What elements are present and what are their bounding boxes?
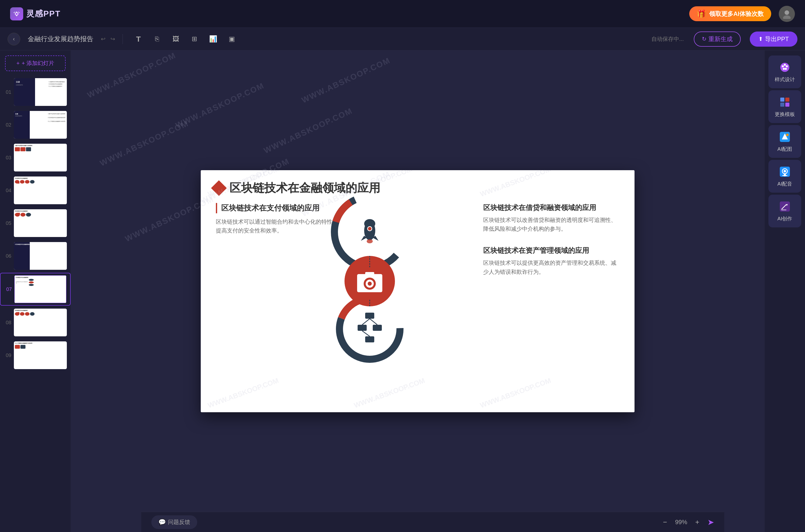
svg-point-31 [786, 65, 788, 67]
svg-point-8 [368, 227, 372, 230]
canvas-watermark-5: WWW.ABSKOOP.COM [353, 376, 426, 410]
more-tool[interactable]: ▣ [226, 34, 237, 45]
ai-image-icon [779, 131, 791, 143]
slide-item-4[interactable]: 04 区块链技术在金融领域 [0, 174, 71, 206]
svg-rect-37 [785, 102, 789, 107]
promo-label: 领取更多AI体验次数 [709, 10, 764, 18]
undo-button[interactable]: ↩ [101, 36, 106, 42]
chart-tool[interactable]: 📊 [208, 34, 219, 45]
slide-number-7: 07 [4, 286, 12, 292]
slide-number-3: 03 [4, 155, 11, 160]
right-block-title-2: 区块链技术在资产管理领域的应用 [483, 246, 619, 255]
right-block-text-2: 区块链技术可以提供更高效的资产管理和交易系统、减少人为错误和欺诈行为。 [483, 259, 619, 276]
slide-item-5[interactable]: 05 区块链技术在金融领域 [0, 207, 71, 239]
slide-item-2[interactable]: 02 日录 CONTENTS 1.数字化转型对金融行业的影响 2.区块链技术在金… [0, 109, 71, 141]
svg-rect-19 [365, 312, 374, 319]
svg-rect-22 [358, 325, 367, 331]
svg-point-9 [367, 239, 373, 243]
slide-thumbnail-5: 区块链技术在金融领域 [14, 209, 67, 237]
user-avatar[interactable] [779, 6, 795, 22]
slide-item-3[interactable]: 03 1.数字化转型对金融行业的影响 [0, 142, 71, 173]
zoom-control: − 99% + ➤ [660, 517, 714, 527]
change-template-button[interactable]: 更换模板 [768, 90, 801, 123]
svg-rect-25 [365, 336, 374, 342]
regenerate-icon: ↻ [702, 36, 706, 42]
svg-rect-15 [365, 272, 374, 276]
slide-thumbnail-4: 区块链技术在金融领域 [14, 176, 67, 204]
copy-tool[interactable]: ⎘ [152, 34, 163, 45]
style-design-button[interactable]: 样式设计 [768, 55, 801, 88]
ai-audio-icon [779, 165, 791, 178]
image-tool[interactable]: 🖼 [170, 34, 181, 45]
app-name: 灵感PPT [26, 8, 60, 19]
doc-title: 金融行业发展趋势报告 [28, 35, 93, 43]
svg-point-40 [786, 134, 789, 136]
svg-point-16 [376, 275, 379, 278]
ai-audio-label: AI配音 [778, 180, 792, 187]
slide-item-9[interactable]: 09 3.人工智能在金融服务中的应用 [0, 339, 71, 371]
ai-image-label: AI配图 [778, 146, 792, 153]
toolbar-icons: T ⎘ 🖼 ⊞ 📊 ▣ [133, 34, 237, 45]
right-block-2: 区块链技术在资产管理领域的应用 区块链技术可以提供更高效的资产管理和交易系统、减… [483, 246, 619, 276]
ai-create-icon [779, 200, 791, 213]
slide-thumbnail-8: 区块链技术在金融领域 [14, 309, 67, 336]
svg-point-32 [785, 68, 787, 70]
slide-item-7[interactable]: 07 区块链技术在金融领域 区块链技术在支付领域的应用... [0, 273, 71, 306]
svg-point-0 [16, 13, 18, 15]
canvas-watermark-6: WWW.ABSKOOP.COM [479, 376, 552, 410]
canvas-area: WWW.ABSKOOP.COM WWW.ABSKOOP.COM WWW.ABSK… [71, 51, 765, 532]
toolbar: ‹ 金融行业发展趋势报告 ↩ ↪ T ⎘ 🖼 ⊞ 📊 ▣ 自动保存中... ↻ … [0, 28, 805, 51]
redo-button[interactable]: ↪ [110, 36, 115, 42]
promo-banner[interactable]: 🎁 领取更多AI体验次数 [689, 6, 771, 21]
slide-canvas: WWW.ABSKOOP.COM WWW.ABSKOOP.COM WWW.ABSK… [201, 170, 635, 412]
svg-rect-45 [782, 175, 787, 176]
svg-line-24 [362, 331, 370, 336]
slide-thumbnail-9: 3.人工智能在金融服务中的应用 [14, 341, 67, 369]
svg-rect-36 [780, 102, 784, 107]
ai-audio-button[interactable]: AI配音 [768, 160, 801, 193]
ai-create-button[interactable]: AI创作 [768, 195, 801, 227]
back-button[interactable]: ‹ [7, 33, 20, 45]
logo-icon [10, 7, 23, 20]
svg-rect-23 [373, 325, 382, 331]
svg-rect-49 [781, 210, 786, 210]
right-block-text-1: 区块链技术可以改善借贷和融资的透明度和可追溯性、降低风险和减少中介机构的参与。 [483, 215, 619, 233]
zoom-in-button[interactable]: + [692, 517, 703, 527]
slide-thumbnail-2: 日录 CONTENTS 1.数字化转型对金融行业的影响 2.区块链技术在金融领域… [14, 111, 67, 139]
ai-image-button[interactable]: AI配图 [768, 125, 801, 158]
style-design-icon [779, 61, 791, 74]
svg-rect-35 [785, 98, 789, 101]
add-slide-icon: + [16, 60, 20, 66]
slide-item-1[interactable]: 01 日录 CONTENTS 1.金融科技与传统金融的融合 2.区块链技术在金融… [0, 76, 71, 108]
export-icon: ⬆ [759, 36, 763, 42]
right-block-title-1: 区块链技术在借贷和融资领域的应用 [483, 203, 619, 212]
add-slide-button[interactable]: + + 添加幻灯片 [5, 55, 65, 71]
feedback-icon: 💬 [158, 519, 166, 526]
slide-number-4: 04 [4, 188, 11, 193]
svg-line-21 [370, 319, 377, 325]
svg-rect-34 [780, 98, 784, 101]
zoom-out-button[interactable]: − [660, 517, 670, 527]
svg-point-1 [785, 10, 789, 15]
regenerate-label: 重新生成 [708, 35, 733, 43]
cursor-tool[interactable]: ➤ [707, 517, 714, 527]
slide-item-6[interactable]: 06 2.区块链技术在金融领域的应用 [0, 240, 71, 272]
feedback-label: 问题反馈 [168, 518, 190, 526]
slide-right-section: 区块链技术在借贷和融资领域的应用 区块链技术可以改善借贷和融资的透明度和可追溯性… [483, 203, 619, 289]
text-tool[interactable]: T [133, 34, 144, 45]
slide-number-8: 08 [4, 320, 11, 325]
feedback-button[interactable]: 💬 问题反馈 [151, 515, 197, 529]
logo-area: 灵感PPT [10, 7, 60, 20]
regenerate-button[interactable]: ↻ 重新生成 [694, 32, 741, 46]
svg-point-29 [782, 65, 784, 67]
diamond-decoration [211, 180, 227, 196]
slides-panel: + + 添加幻灯片 01 日录 CONTENTS 1.金融科技与传统金融的融合 … [0, 51, 71, 532]
slide-item-8[interactable]: 08 区块链技术在金融领域 [0, 307, 71, 338]
canvas-watermark-3: WWW.ABSKOOP.COM [479, 170, 552, 198]
autosave-status: 自动保存中... [651, 35, 684, 43]
table-tool[interactable]: ⊞ [189, 34, 200, 45]
export-button[interactable]: ⬆ 导出PPT [750, 32, 798, 46]
svg-point-14 [368, 282, 372, 286]
bottom-bar: 💬 问题反馈 − 99% + ➤ [141, 512, 724, 532]
style-design-label: 样式设计 [775, 76, 795, 83]
